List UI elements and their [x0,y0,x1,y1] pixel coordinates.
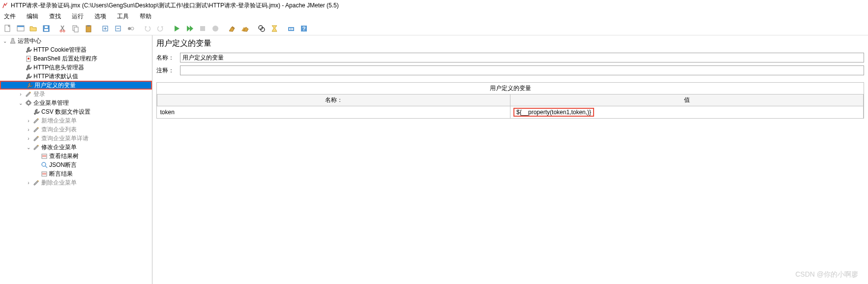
redo-icon[interactable] [154,23,166,34]
svg-rect-30 [42,154,47,158]
col-name[interactable]: 名称： [157,95,510,106]
menu-help[interactable]: 帮助 [138,11,153,22]
wrench-icon [26,81,33,89]
svg-rect-23 [292,28,293,30]
tree-label: 断言结果 [49,170,73,178]
tree-item[interactable]: BeanShell 后置处理程序 [0,54,152,63]
svg-point-14 [128,27,131,30]
caret-icon[interactable]: ⌄ [26,145,31,150]
variables-table[interactable]: 名称： 值 token ${__property(token1,token,)} [157,94,864,118]
run-no-pause-icon[interactable] [184,23,196,34]
tree-item[interactable]: CSV 数据文件设置 [0,107,152,116]
name-label: 名称： [156,54,176,62]
undo-icon[interactable] [142,23,153,34]
pencil-icon [32,126,40,133]
menu-tools[interactable]: 工具 [115,11,131,22]
watermark: CSDN @你的小啊廖 [795,270,858,279]
clear-all-icon[interactable] [239,23,251,34]
toggle-icon[interactable] [125,23,137,34]
tree-root[interactable]: ⌄ 运营中心 [0,36,152,45]
reset-search-icon[interactable] [269,23,280,34]
table-row[interactable]: token ${__property(token1,token,)} [157,106,864,119]
panel-title: 用户定义的变量 [156,38,864,49]
tree-item[interactable]: 查看结果树 [0,152,152,160]
caret-icon[interactable]: › [26,136,31,141]
help-icon[interactable]: ? [298,23,310,34]
menu-edit[interactable]: 编辑 [25,11,40,22]
expand-icon[interactable] [99,23,111,34]
caret-icon[interactable]: › [18,92,24,97]
result-icon [40,170,48,178]
tree-item[interactable]: ›登录 [0,90,152,98]
tree-label: 企业菜单管理 [33,99,69,107]
shutdown-icon[interactable] [210,23,221,34]
variables-panel: 用户定义的变量 名称： 值 token ${__property(token1,… [156,82,864,119]
svg-point-31 [42,162,46,166]
tree-item[interactable]: HTTP请求默认值 [0,72,152,81]
tree-item[interactable]: 断言结果 [0,169,152,178]
menu-bar: 文件 编辑 查找 运行 选项 工具 帮助 [0,11,868,22]
menu-find[interactable]: 查找 [47,11,63,22]
clear-icon[interactable] [226,23,238,34]
tree-item[interactable]: HTTP信息头管理器 [0,63,152,72]
caret-icon[interactable]: › [26,127,31,132]
col-value[interactable]: 值 [510,95,864,106]
toolbar: ? [0,22,868,35]
tree-item[interactable]: ›查询企业菜单详请 [0,134,152,143]
open-icon[interactable] [28,23,39,34]
content-panel: 用户定义的变量 名称： 注释： 用户定义的变量 名称： 值 [152,35,868,284]
cell-value[interactable]: ${__property(token1,token,)} [510,106,864,119]
tree-label: HTTP请求默认值 [33,72,78,81]
tree-item[interactable]: HTTP Cookie管理器 [0,45,152,54]
caret-down-icon[interactable]: ⌄ [2,38,8,44]
save-icon[interactable] [40,23,52,34]
collapse-icon[interactable] [112,23,124,34]
comment-input[interactable] [180,65,864,75]
run-icon[interactable] [171,23,183,34]
svg-rect-16 [200,26,205,31]
menu-run[interactable]: 运行 [70,11,86,22]
template-icon[interactable] [15,23,27,34]
function-helper-icon[interactable] [285,23,297,34]
tree-label: 查看结果树 [49,152,79,160]
caret-icon[interactable]: ⌄ [18,100,24,106]
variables-subtitle: 用户定义的变量 [157,83,864,94]
tree-item[interactable]: ›新增企业菜单 [0,116,152,125]
new-icon[interactable] [2,23,14,34]
cut-icon[interactable] [57,23,69,34]
pencil-icon [32,117,40,125]
tree-item[interactable]: ⌄企业菜单管理 [0,98,152,107]
tree-label: CSV 数据文件设置 [41,108,90,116]
copy-icon[interactable] [70,23,82,34]
caret-icon[interactable]: › [26,118,31,124]
window-title: HTTP请求-登录验证码.jmx (C:\Users\GengSun\Deskt… [11,1,339,10]
tree-label: 新增企业菜单 [41,117,77,125]
name-input[interactable] [180,53,864,63]
wrench-icon [25,46,32,54]
tree-label: BeanShell 后置处理程序 [33,55,97,63]
search-icon [40,161,48,169]
caret-icon[interactable]: › [26,180,31,186]
menu-file[interactable]: 文件 [2,11,18,22]
tree-item[interactable]: ›删除企业菜单 [0,178,152,187]
tree-panel[interactable]: ⌄ 运营中心 HTTP Cookie管理器BeanShell 后置处理程序HTT… [0,35,152,284]
tree-item[interactable]: ›查询企业列表 [0,125,152,134]
tree-label: 查询企业列表 [41,126,77,134]
search-icon[interactable] [256,23,268,34]
pencil-icon [25,90,32,98]
tree-item[interactable]: 用户定义的变量 [0,81,152,90]
flask-icon [9,37,17,45]
svg-text:?: ? [302,26,306,32]
tree-label: 用户定义的变量 [34,81,76,90]
pencil-icon [32,134,40,142]
tree-item[interactable]: JSON断言 [0,160,152,169]
paste-icon[interactable] [83,23,94,34]
tree-label: 查询企业菜单详请 [41,134,89,143]
tree-item[interactable]: ⌄修改企业菜单 [0,143,152,152]
cell-name[interactable]: token [157,106,510,119]
svg-rect-22 [291,28,292,30]
svg-rect-11 [87,25,90,27]
menu-options[interactable]: 选项 [92,11,108,22]
stop-icon[interactable] [197,23,209,34]
gear-icon [25,99,32,107]
